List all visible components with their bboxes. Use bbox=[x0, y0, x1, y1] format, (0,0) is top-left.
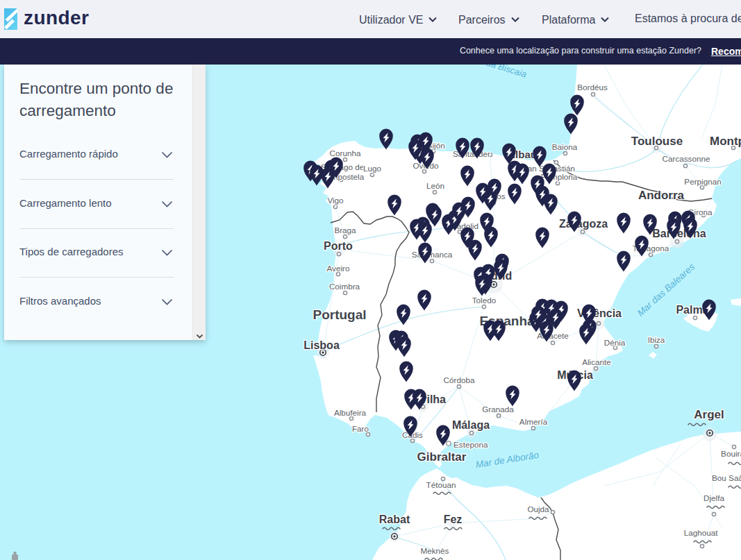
svg-text:Portugal: Portugal bbox=[313, 307, 366, 322]
svg-text:León: León bbox=[426, 181, 444, 190]
svg-text:Andorra: Andorra bbox=[638, 189, 685, 202]
svg-text:Tétouan: Tétouan bbox=[426, 480, 456, 489]
svg-text:Gibraltar: Gibraltar bbox=[417, 450, 467, 464]
svg-text:Granada: Granada bbox=[482, 405, 514, 414]
svg-text:Lugo: Lugo bbox=[363, 164, 382, 173]
svg-text:Rabat: Rabat bbox=[379, 514, 410, 525]
svg-text:Toulouse: Toulouse bbox=[631, 135, 683, 148]
svg-text:Dénia: Dénia bbox=[604, 338, 626, 347]
svg-text:Porto: Porto bbox=[324, 240, 353, 252]
svg-text:Faro: Faro bbox=[352, 424, 369, 433]
svg-text:Djelfa: Djelfa bbox=[703, 493, 724, 502]
svg-text:Almería: Almería bbox=[519, 417, 548, 426]
svg-text:Oujda: Oujda bbox=[527, 504, 549, 514]
svg-text:Perpignan: Perpignan bbox=[684, 177, 721, 186]
svg-text:Salamanca: Salamanca bbox=[412, 250, 453, 259]
svg-text:Laghouat: Laghouat bbox=[684, 528, 719, 537]
svg-text:Corunha: Corunha bbox=[330, 149, 361, 158]
svg-text:Málaga: Málaga bbox=[452, 419, 490, 431]
svg-text:Bouira: Bouira bbox=[721, 449, 741, 458]
svg-text:Toledo: Toledo bbox=[472, 296, 497, 305]
svg-text:Córdoba: Córdoba bbox=[444, 375, 475, 384]
svg-text:Aveiro: Aveiro bbox=[327, 264, 350, 273]
svg-text:Vigo: Vigo bbox=[327, 196, 344, 205]
svg-text:Albufeira: Albufeira bbox=[334, 408, 367, 417]
svg-text:Zaragoza: Zaragoza bbox=[559, 218, 608, 230]
svg-text:Baiona: Baiona bbox=[552, 142, 578, 151]
svg-text:Argel: Argel bbox=[694, 408, 724, 421]
svg-text:Lisboa: Lisboa bbox=[303, 339, 340, 351]
svg-text:Alicante: Alicante bbox=[582, 357, 611, 366]
svg-text:Ibiza: Ibiza bbox=[648, 335, 665, 344]
svg-text:Estepona: Estepona bbox=[453, 440, 488, 449]
svg-text:Meknès: Meknès bbox=[421, 546, 449, 555]
svg-text:Bordéus: Bordéus bbox=[577, 83, 608, 92]
svg-text:Coimbra: Coimbra bbox=[329, 282, 360, 291]
svg-text:Fez: Fez bbox=[444, 514, 463, 525]
svg-text:Carcassonne: Carcassonne bbox=[663, 154, 710, 163]
svg-text:Montpellier: Montpellier bbox=[710, 135, 741, 148]
svg-text:Braga: Braga bbox=[334, 226, 356, 235]
svg-text:Bou Saâda: Bou Saâda bbox=[712, 473, 741, 482]
